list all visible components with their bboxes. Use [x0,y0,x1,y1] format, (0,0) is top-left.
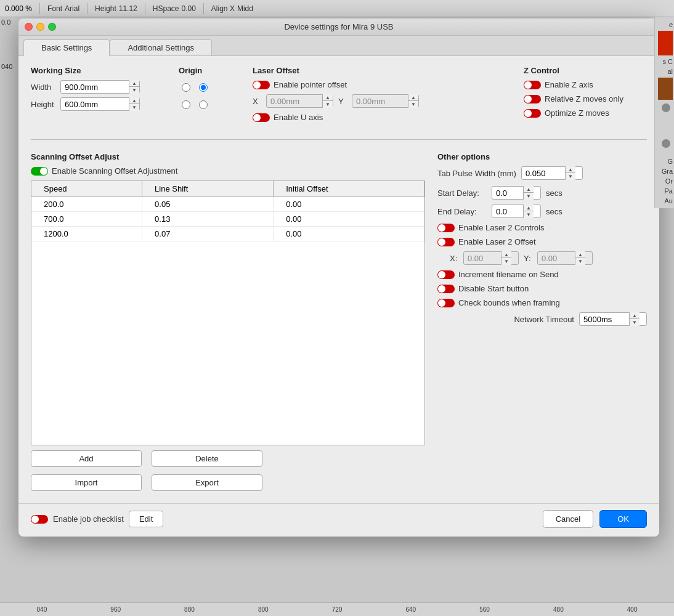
laser2-x-up[interactable]: ▲ [501,251,511,258]
network-timeout-spinbox[interactable]: ▲ ▼ [579,312,647,326]
toolbar-sep-2 [87,3,87,14]
font-value: Arial [65,4,79,13]
origin-radio-tr[interactable] [199,83,208,92]
height-up-arrow[interactable]: ▲ [129,97,139,104]
table-row[interactable]: 200.00.050.00 [31,197,424,212]
hspace-group: HSpace 0.00 [153,4,196,13]
end-delay-spinbox[interactable]: ▲ ▼ [492,205,541,218]
width-spinbox[interactable]: ▲ ▼ [60,80,140,94]
enable-scanning-toggle[interactable] [31,167,48,176]
origin-radio-br[interactable] [199,100,208,109]
laser-offset-xy-row: X ▲ ▼ Y ▲ ▼ [253,94,511,108]
scroll-thumb[interactable] [662,103,670,112]
disable-start-toggle[interactable] [437,285,455,293]
maximize-button[interactable] [48,23,56,31]
tab-pulse-up[interactable]: ▲ [566,166,575,173]
laser2-y-arrows: ▲ ▼ [575,251,585,265]
laser-y-down[interactable]: ▼ [408,101,418,108]
start-delay-spinbox[interactable]: ▲ ▼ [492,186,541,200]
width-input[interactable] [61,81,129,93]
tab-pulse-row: Tab Pulse Width (mm) ▲ ▼ [437,166,647,180]
start-delay-down[interactable]: ▼ [524,193,534,200]
tab-pulse-input[interactable] [522,167,565,179]
increment-toggle[interactable] [437,270,455,279]
laser-y-up[interactable]: ▲ [408,94,418,101]
right-item-1: e [669,20,673,30]
table-action-buttons: Add Delete [31,445,425,469]
ok-button[interactable]: OK [599,510,647,528]
check-bounds-toggle[interactable] [437,299,455,307]
laser2-x-input[interactable] [464,252,501,264]
laser2-y-down[interactable]: ▼ [575,258,585,265]
height-down-arrow[interactable]: ▼ [129,104,139,111]
laser2-x-spinbox[interactable]: ▲ ▼ [463,251,519,265]
toolbar-sep-1 [39,3,40,14]
top-section: Working Size Width ▲ ▼ Height [31,66,647,127]
origin-bl[interactable] [179,97,193,112]
laser-y-input[interactable] [352,95,408,107]
enable-z-label: Enable Z axis [545,80,593,89]
laser2-offset-toggle[interactable] [437,238,455,246]
relative-z-toggle[interactable] [524,95,541,103]
origin-radio-tl[interactable] [182,83,190,92]
enable-pointer-toggle[interactable] [253,81,270,89]
origin-radio-bl[interactable] [182,100,190,109]
height-spinbox[interactable]: ▲ ▼ [60,97,140,111]
laser2-y-up[interactable]: ▲ [575,251,585,258]
tab-basic-settings[interactable]: Basic Settings [23,39,110,56]
width-up-arrow[interactable]: ▲ [129,80,139,87]
laser2-x-down[interactable]: ▼ [501,258,511,265]
enable-u-toggle[interactable] [253,113,270,122]
scroll-thumb-2[interactable] [662,139,670,148]
width-down-arrow[interactable]: ▼ [129,87,139,94]
delete-button[interactable]: Delete [152,450,262,467]
end-delay-input[interactable] [492,205,523,217]
import-button[interactable]: Import [31,474,142,491]
dialog-window: Device settings for Mira 9 USB Basic Set… [18,18,659,537]
start-delay-input[interactable] [492,187,523,199]
tab-pulse-spinbox[interactable]: ▲ ▼ [521,166,583,180]
table-row[interactable]: 1200.00.070.00 [31,227,424,241]
right-item-5: Gra [662,166,673,176]
add-button[interactable]: Add [31,450,142,467]
laser-y-spinbox[interactable]: ▲ ▼ [352,94,419,108]
laser2-y-input[interactable] [538,252,575,264]
height-group: Height 11.12 [95,4,137,13]
job-checklist-toggle[interactable] [31,515,48,524]
close-button[interactable] [25,23,33,31]
laser-x-down[interactable]: ▼ [323,101,333,108]
tab-additional-settings[interactable]: Additional Settings [110,39,212,55]
relative-z-label: Relative Z moves only [545,94,623,103]
laser-x-up[interactable]: ▲ [323,94,333,101]
origin-radio-grid [179,80,240,112]
edit-button[interactable]: Edit [129,511,163,527]
export-button[interactable]: Export [152,474,262,491]
laser-x-input[interactable] [267,95,322,107]
enable-z-toggle[interactable] [524,81,541,89]
origin-br[interactable] [196,97,211,112]
origin-tr[interactable] [196,80,211,95]
laser-y-arrows: ▲ ▼ [408,94,418,108]
laser2-y-spinbox[interactable]: ▲ ▼ [537,251,593,265]
enable-z-row: Enable Z axis [524,80,647,89]
optimize-z-toggle[interactable] [524,109,541,118]
tab-pulse-down[interactable]: ▼ [566,173,575,180]
cancel-button[interactable]: Cancel [543,510,593,528]
ruler-mark: 480 [521,606,595,613]
network-timeout-down[interactable]: ▼ [630,319,639,326]
origin-tl[interactable] [179,80,193,95]
start-delay-up[interactable]: ▲ [524,186,534,193]
increment-label: Increment filename on Send [458,270,559,279]
right-item-7: Pa [665,186,673,196]
laser-x-spinbox[interactable]: ▲ ▼ [266,94,333,108]
optimize-z-row: Optimize Z moves [524,108,647,118]
end-delay-down[interactable]: ▼ [524,211,534,218]
laser2-controls-toggle[interactable] [437,224,455,232]
laser2-controls-label: Enable Laser 2 Controls [458,223,544,232]
height-input[interactable] [61,98,129,110]
minimize-button[interactable] [36,23,44,31]
network-timeout-input[interactable] [580,313,629,325]
table-row[interactable]: 700.00.130.00 [31,212,424,227]
network-timeout-up[interactable]: ▲ [630,312,639,319]
end-delay-up[interactable]: ▲ [524,205,534,211]
